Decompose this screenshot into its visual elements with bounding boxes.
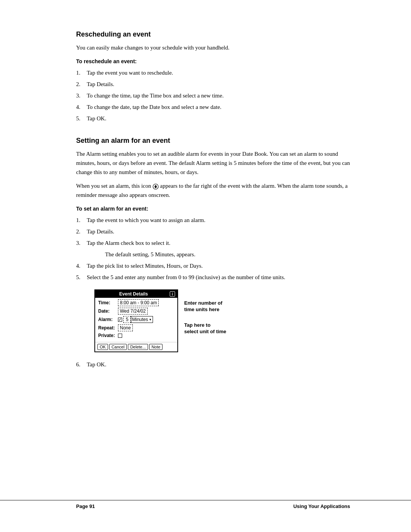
section1-steps: 1.Tap the event you want to reschedule. …: [76, 68, 350, 123]
section2-heading: Setting an alarm for an event: [76, 137, 350, 145]
list-item: 4.Tap the pick list to select Minutes, H…: [76, 261, 350, 270]
section2-para2: When you set an alarm, this icon appears…: [76, 181, 350, 200]
dialog-repeat-value[interactable]: None: [118, 324, 133, 331]
section2-para2-before: When you set an alarm, this icon: [76, 183, 151, 189]
indented-note: The default setting, 5 Minutes, appears.: [105, 250, 350, 259]
alarm-checkbox[interactable]: [118, 318, 122, 322]
dialog-private-row: Private:: [98, 333, 174, 338]
section2-subheading: To set an alarm for an event:: [76, 206, 350, 212]
cancel-button[interactable]: Cancel: [109, 344, 127, 350]
list-item: 1.Tap the event to which you want to ass…: [76, 216, 350, 225]
dialog-alarm-label: Alarm:: [98, 317, 118, 322]
dialog-body: Time: 8:00 am - 9:00 am Date: Wed 7/24/0…: [95, 298, 177, 342]
dialog-repeat-row: Repeat: None: [98, 324, 174, 331]
dialog-annotations: Enter number of time units here Tap here…: [184, 289, 226, 344]
delete-button[interactable]: Delete...: [128, 344, 148, 350]
dialog-alarm-row: Alarm: 5 Minutes ▼: [98, 316, 174, 323]
section2-steps: 1.Tap the event to which you want to ass…: [76, 216, 350, 282]
alarm-number[interactable]: 5: [123, 316, 131, 323]
dialog-private-label: Private:: [98, 333, 118, 338]
alarm-bell-icon: [153, 184, 159, 190]
dialog-date-value[interactable]: Wed 7/24/02: [118, 308, 148, 315]
section1-subheading: To reschedule an event:: [76, 58, 350, 64]
list-item: 5.Tap OK.: [76, 114, 350, 123]
list-item: 2.Tap Details.: [76, 80, 350, 89]
list-item: 5.Select the 5 and enter any number from…: [76, 273, 350, 282]
dropdown-arrow-icon: ▼: [149, 318, 152, 321]
dialog-date-row: Date: Wed 7/24/02: [98, 308, 174, 315]
dialog-title: Event Details: [97, 291, 170, 297]
private-checkbox[interactable]: [118, 334, 122, 338]
svg-point-2: [155, 187, 156, 188]
section1-intro: You can easily make changes to your sche…: [76, 43, 350, 52]
list-item: 6.Tap OK.: [76, 360, 350, 369]
list-item: 1.Tap the event you want to reschedule.: [76, 68, 350, 77]
list-item: 2.Tap Details.: [76, 227, 350, 236]
alarm-unit-dropdown[interactable]: Minutes ▼: [131, 316, 153, 323]
section1-heading: Rescheduling an event: [76, 30, 350, 38]
dialog-time-label: Time:: [98, 300, 118, 305]
dialog-repeat-label: Repeat:: [98, 325, 118, 331]
dialog-time-row: Time: 8:00 am - 9:00 am: [98, 299, 174, 306]
dialog-buttons: OK Cancel Delete... Note: [95, 342, 177, 351]
event-details-dialog: Event Details i Time: 8:00 am - 9:00 am …: [94, 289, 178, 352]
ok-button[interactable]: OK: [97, 344, 108, 350]
annotation-time-units: Enter number of time units here: [184, 300, 226, 313]
footer-section-title: Using Your Applications: [293, 503, 350, 509]
page-container: Rescheduling an event You can easily mak…: [0, 0, 411, 532]
section2-para1: The Alarm setting enables you to set an …: [76, 149, 350, 177]
dialog-time-value[interactable]: 8:00 am - 9:00 am: [118, 299, 159, 306]
note-button[interactable]: Note: [149, 344, 162, 350]
dialog-date-label: Date:: [98, 308, 118, 314]
dialog-container: Event Details i Time: 8:00 am - 9:00 am …: [94, 289, 350, 352]
step6-list: 6.Tap OK.: [76, 360, 350, 369]
page-footer: Page 91 Using Your Applications: [0, 500, 411, 509]
dialog-title-bar: Event Details i: [95, 290, 177, 298]
list-item: 4.To change the date, tap the Date box a…: [76, 102, 350, 112]
annotation-unit-time: Tap here to select unit of time: [184, 322, 226, 335]
list-item: 3.Tap the Alarm check box to select it. …: [76, 238, 350, 259]
dialog-info-icon: i: [170, 291, 175, 297]
footer-page-number: Page 91: [76, 503, 95, 509]
svg-rect-3: [155, 185, 156, 185]
list-item: 3.To change the time, tap the Time box a…: [76, 91, 350, 100]
